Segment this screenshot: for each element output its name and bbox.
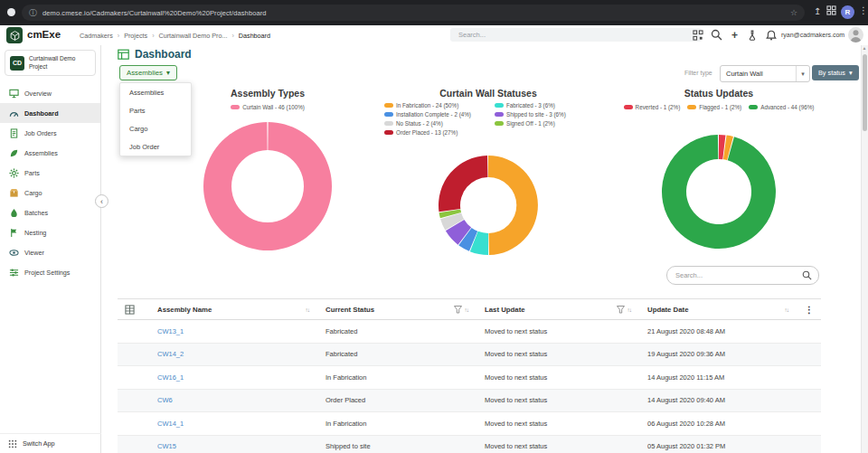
legend-label: In Fabrication - 24 (50%)	[396, 102, 458, 109]
user-email: ryan@cadmakers.com	[781, 32, 844, 38]
assembly-name-link[interactable]: CW14_2	[150, 350, 318, 358]
table-row[interactable]: CW14_2FabricatedMoved to next status19 A…	[118, 344, 821, 367]
last-update-cell: Moved to next status	[477, 350, 640, 358]
browser-menu-icon[interactable]: ⋮	[859, 5, 868, 15]
legend-assembly-types: Curtain Wall - 46 (100%)	[168, 104, 367, 110]
assembly-name-link[interactable]: CW14_1	[150, 420, 318, 428]
legend-swatch	[495, 121, 504, 126]
table-row[interactable]: CW13_1FabricatedMoved to next status21 A…	[118, 320, 821, 344]
assembly-name-link[interactable]: CW16_1	[150, 373, 318, 382]
breadcrumb-item[interactable]: Curtainwall Demo Pro...	[159, 32, 228, 40]
table-row[interactable]: CW16_1In FabricationMoved to next status…	[118, 366, 821, 390]
sort-icon[interactable]: ↑↓	[785, 307, 789, 313]
sidebar-item-overview[interactable]: Overview	[0, 83, 100, 103]
table-row[interactable]: CW15Shipped to siteMoved to next status0…	[118, 436, 821, 453]
scrollbar-up-arrow[interactable]: ▲	[861, 45, 868, 51]
sidebar-item-cargo[interactable]: Cargo	[0, 183, 100, 203]
legend-item[interactable]: Order Placed - 13 (27%)	[384, 129, 495, 136]
monitor-icon	[9, 89, 19, 99]
sidebar-nav: Overview Dashboard Job Orders	[0, 83, 100, 282]
extensions-icon[interactable]	[826, 5, 836, 17]
sidebar-item-batches[interactable]: Batches	[0, 203, 100, 222]
bell-icon[interactable]	[764, 28, 778, 42]
table-row[interactable]: CW6Order PlacedMoved to next status14 Au…	[118, 390, 821, 413]
legend-item[interactable]: Advanced - 44 (96%)	[749, 104, 814, 110]
column-header-update-date[interactable]: Update Date ↑↓	[640, 299, 797, 319]
column-header-last-update[interactable]: Last Update ↑↓	[477, 299, 640, 319]
assembly-name-link[interactable]: CW13_1	[150, 327, 318, 335]
browser-profile-avatar[interactable]: R	[841, 5, 854, 19]
donut-slice-order-placed[interactable]	[439, 156, 487, 212]
donut-slice-in-fabrication[interactable]	[488, 156, 538, 255]
app-header: cmExe Cadmakers › Projects › Curtainwall…	[0, 25, 868, 46]
add-icon[interactable]: +	[728, 28, 741, 42]
legend-item[interactable]: Curtain Wall - 46 (100%)	[231, 104, 305, 110]
legend-item[interactable]: In Fabrication - 24 (50%)	[384, 102, 495, 109]
user-avatar[interactable]	[848, 27, 863, 42]
sidebar-item-label: Assemblies	[24, 149, 58, 157]
breadcrumb-separator: ›	[118, 32, 119, 40]
site-info-icon[interactable]: ⓘ	[29, 7, 37, 19]
scrollbar-thumb[interactable]	[863, 54, 867, 131]
legend-swatch	[231, 105, 240, 109]
app-window: ⓘ demo.cmese.io/Cadmakers/Curtainwall%20…	[0, 0, 868, 453]
qr-code-icon[interactable]	[691, 28, 704, 42]
sort-icon[interactable]: ↑↓	[465, 307, 469, 313]
donut-slice-curtain-wall[interactable]	[203, 122, 332, 250]
column-header-current-status[interactable]: Current Status ↑↓	[318, 299, 477, 319]
search-icon[interactable]	[710, 28, 723, 42]
bookmark-icon[interactable]: ☆	[790, 8, 797, 17]
menu-item-parts[interactable]: Parts	[120, 101, 191, 119]
sidebar-collapse-button[interactable]: ‹	[95, 194, 108, 208]
legend-item[interactable]: Flagged - 1 (2%)	[687, 104, 741, 110]
filter-icon[interactable]	[454, 306, 462, 314]
sidebar-item-assemblies[interactable]: Assemblies	[0, 143, 100, 163]
breadcrumb-item-current[interactable]: Dashboard	[239, 32, 270, 40]
sidebar-item-job-orders[interactable]: Job Orders	[0, 123, 100, 143]
filter-icon[interactable]	[617, 306, 625, 314]
search-icon[interactable]	[802, 270, 812, 280]
curtain-wall-statuses-donut	[436, 153, 541, 258]
legend-label: Order Placed - 13 (27%)	[396, 129, 458, 136]
menu-item-job-order[interactable]: Job Order	[120, 137, 191, 156]
by-status-button[interactable]: By status ▾	[812, 65, 859, 80]
url-text[interactable]: demo.cmese.io/Cadmakers/Curtainwall%20De…	[42, 9, 267, 17]
legend-label: Signed Off - 1 (2%)	[506, 120, 555, 127]
menu-item-cargo[interactable]: Cargo	[120, 119, 191, 137]
sidebar-item-parts[interactable]: Parts	[0, 163, 100, 183]
global-search-input[interactable]	[450, 28, 702, 42]
filter-type-select[interactable]: Curtain Wall ▾	[720, 65, 810, 82]
sidebar-item-project-settings[interactable]: Project Settings	[0, 262, 100, 282]
switch-app-button[interactable]: Switch App	[0, 433, 108, 453]
breadcrumb-item[interactable]: Projects	[124, 32, 147, 40]
flask-icon[interactable]	[745, 28, 759, 42]
cmexe-logo[interactable]	[6, 27, 23, 43]
table-search-input[interactable]	[667, 270, 802, 280]
legend-item[interactable]: Fabricated - 3 (6%)	[495, 102, 590, 109]
sort-icon[interactable]: ↑↓	[306, 307, 310, 313]
sidebar-item-dashboard[interactable]: Dashboard	[0, 103, 100, 123]
address-bar[interactable]: ⓘ demo.cmese.io/Cadmakers/Curtainwall%20…	[22, 5, 805, 21]
donut-slice-advanced[interactable]	[662, 135, 776, 249]
share-icon[interactable]: ↥	[814, 6, 821, 16]
breadcrumb-item[interactable]: Cadmakers	[80, 32, 113, 40]
legend-item[interactable]: No Status - 2 (4%)	[384, 120, 495, 127]
legend-item[interactable]: Signed Off - 1 (2%)	[495, 120, 590, 127]
legend-item[interactable]: Reverted - 1 (2%)	[624, 104, 681, 110]
menu-item-assemblies[interactable]: Assemblies	[120, 83, 191, 101]
legend-item[interactable]: Shipped to site - 3 (6%)	[495, 111, 590, 118]
column-header-assembly-name[interactable]: Assembly Name ↑↓	[150, 299, 318, 319]
legend-item[interactable]: Installation Complete - 2 (4%)	[384, 111, 495, 118]
assembly-name-link[interactable]: CW15	[150, 442, 318, 450]
sidebar-item-nesting[interactable]: Nesting	[0, 222, 100, 242]
table-kebab-icon[interactable]: ⋮	[805, 305, 814, 315]
project-selector[interactable]: CD Curtainwall Demo Project	[5, 50, 96, 76]
legend-label: Flagged - 1 (2%)	[699, 104, 741, 110]
assemblies-dropdown-button[interactable]: Assemblies ▾	[119, 65, 177, 80]
assembly-name-link[interactable]: CW6	[150, 396, 318, 404]
sort-icon[interactable]: ↑↓	[627, 307, 632, 313]
sidebar-item-viewer[interactable]: Viewer	[0, 242, 100, 262]
table-grid-icon-cell[interactable]	[118, 299, 150, 319]
table-row[interactable]: CW14_1In FabricationMoved to next status…	[118, 412, 821, 436]
current-status-cell: In Fabrication	[318, 420, 477, 428]
